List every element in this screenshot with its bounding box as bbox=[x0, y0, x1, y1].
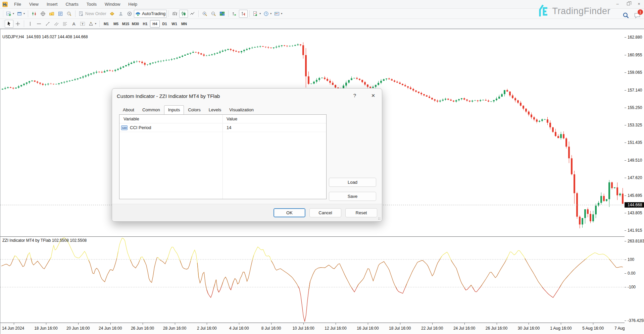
price-axis-label: 153.325 bbox=[625, 123, 644, 127]
new-chart-button[interactable]: ▾ bbox=[5, 10, 15, 18]
market-watch-icon bbox=[32, 11, 37, 16]
profiles-button[interactable]: ▾ bbox=[15, 10, 26, 18]
tab-about[interactable]: About bbox=[119, 105, 138, 114]
date-tick bbox=[78, 323, 79, 325]
table-row[interactable]: 123 CCI Period 14 bbox=[119, 123, 326, 132]
date-axis[interactable]: 14 Jun 202418 Jun 16:0020 Jun 16:0024 Ju… bbox=[0, 323, 625, 334]
periods-button[interactable]: ▾ bbox=[262, 10, 273, 18]
navigator-button[interactable]: ★ bbox=[47, 10, 56, 18]
variable-value[interactable]: 14 bbox=[227, 125, 231, 130]
minimize-button[interactable]: – bbox=[615, 1, 620, 6]
chevron-down-icon: ▾ bbox=[13, 12, 14, 15]
strategy-tester-icon bbox=[66, 11, 72, 16]
save-button[interactable]: Save bbox=[329, 192, 376, 201]
strategy-tester-button[interactable] bbox=[65, 10, 73, 18]
cancel-button[interactable]: Cancel bbox=[309, 208, 341, 217]
menu-item-view[interactable]: View bbox=[25, 0, 43, 8]
date-label: 28 Jun 16:00 bbox=[163, 326, 186, 331]
dialog-help-button[interactable]: ? bbox=[351, 93, 358, 98]
indicator-panel[interactable]: ZZI Indicator MT4 by TFlab 102.5508 102.… bbox=[0, 236, 625, 323]
date-label: 26 Jun 16:00 bbox=[131, 326, 154, 331]
timeframe-w1[interactable]: W1 bbox=[169, 20, 179, 27]
dialog-close-button[interactable]: × bbox=[368, 91, 378, 100]
autotrading-button[interactable]: AutoTrading bbox=[134, 10, 167, 18]
horizontal-line-button[interactable] bbox=[35, 20, 43, 28]
price-axis-label: 162.880 bbox=[625, 35, 644, 40]
tile-windows-button[interactable] bbox=[218, 10, 227, 18]
tab-levels[interactable]: Levels bbox=[205, 105, 226, 114]
chart-bars-button[interactable] bbox=[170, 10, 179, 18]
zoom-out-button[interactable] bbox=[209, 10, 218, 18]
indicator-line-chart[interactable] bbox=[0, 237, 625, 323]
toolbar-grip[interactable] bbox=[2, 20, 4, 27]
search-icon[interactable] bbox=[623, 12, 629, 19]
restore-button[interactable] bbox=[626, 1, 631, 6]
ok-button[interactable]: OK bbox=[274, 208, 305, 217]
timeframe-m5[interactable]: M5 bbox=[111, 20, 121, 27]
shapes-button[interactable]: ▾ bbox=[87, 20, 98, 28]
scripts-button[interactable] bbox=[108, 10, 116, 18]
timeframe-h4[interactable]: H4 bbox=[150, 20, 160, 27]
text-label-button[interactable]: T bbox=[78, 20, 87, 28]
date-tick bbox=[432, 323, 433, 325]
reset-button[interactable]: Reset bbox=[345, 208, 377, 217]
timeframe-m15[interactable]: M15 bbox=[121, 20, 131, 27]
menu-item-window[interactable]: Window bbox=[101, 0, 124, 8]
menu-item-help[interactable]: Help bbox=[124, 0, 141, 8]
timeframe-mn[interactable]: MN bbox=[179, 20, 189, 27]
vertical-line-button[interactable] bbox=[26, 20, 35, 28]
data-window-button[interactable] bbox=[39, 10, 47, 18]
zoom-in-button[interactable] bbox=[200, 10, 209, 18]
close-button[interactable]: × bbox=[637, 1, 641, 6]
toolbar-separator bbox=[99, 20, 100, 27]
terminal-button[interactable] bbox=[56, 10, 65, 18]
menu-item-insert[interactable]: Insert bbox=[43, 0, 62, 8]
symbol-name: USDJPY,H4 bbox=[2, 35, 24, 39]
notifications-button[interactable]: 1 bbox=[634, 12, 641, 19]
market-watch-button[interactable] bbox=[30, 10, 39, 18]
auto-scroll-button[interactable] bbox=[230, 10, 239, 18]
dialog-title: Custom Indicator - ZZI Indicator MT4 by … bbox=[117, 93, 220, 99]
crosshair-tool-button[interactable] bbox=[13, 20, 22, 28]
date-tick bbox=[303, 323, 304, 325]
date-label: 14 Jun 2024 bbox=[2, 326, 24, 331]
community-button[interactable] bbox=[116, 10, 125, 18]
date-tick bbox=[593, 323, 593, 325]
menu-item-tools[interactable]: Tools bbox=[83, 0, 101, 8]
price-axis-label: 160.955 bbox=[625, 53, 644, 57]
indicators-icon bbox=[253, 11, 258, 16]
alerts-button[interactable] bbox=[125, 10, 134, 18]
timeframe-m1[interactable]: M1 bbox=[101, 20, 111, 27]
trendline-button[interactable] bbox=[43, 20, 52, 28]
price-axis[interactable]: 162.880160.955159.065157.140155.250153.3… bbox=[625, 29, 644, 323]
indicators-button[interactable]: ▾ bbox=[251, 10, 262, 18]
resize-grip[interactable] bbox=[378, 217, 381, 220]
tab-colors[interactable]: Colors bbox=[184, 105, 205, 114]
toolbar-separator bbox=[168, 10, 169, 17]
fibonacci-button[interactable] bbox=[61, 20, 69, 28]
tab-inputs[interactable]: Inputs bbox=[164, 105, 184, 114]
tab-visualization[interactable]: Visualization bbox=[225, 105, 258, 114]
menu-item-charts[interactable]: Charts bbox=[61, 0, 82, 8]
inputs-table[interactable]: Variable Value 123 CCI Period 14 bbox=[119, 114, 327, 199]
chart-line-button[interactable] bbox=[188, 10, 197, 18]
timeframe-h1[interactable]: H1 bbox=[140, 20, 150, 27]
toolbar-grip[interactable] bbox=[2, 10, 4, 17]
date-tick bbox=[46, 323, 46, 325]
cursor-button[interactable] bbox=[5, 20, 13, 28]
menu-item-file[interactable]: File bbox=[10, 0, 25, 8]
tab-common[interactable]: Common bbox=[138, 105, 164, 114]
timeframe-m30[interactable]: M30 bbox=[131, 20, 140, 27]
date-label: 18 Jul 16:00 bbox=[389, 326, 411, 331]
channel-button[interactable] bbox=[52, 20, 61, 28]
text-tool-icon: A bbox=[71, 21, 77, 26]
text-tool-button[interactable]: A bbox=[69, 20, 78, 28]
date-tick bbox=[529, 323, 529, 325]
timeframe-d1[interactable]: D1 bbox=[160, 20, 169, 27]
chart-shift-button[interactable] bbox=[239, 10, 248, 18]
chart-candles-button[interactable] bbox=[179, 10, 188, 18]
date-label: 2 Jul 16:00 bbox=[197, 326, 217, 331]
new-order-button[interactable]: New Order bbox=[77, 10, 108, 18]
templates-button[interactable]: ▾ bbox=[273, 10, 284, 18]
load-button[interactable]: Load bbox=[329, 178, 376, 187]
